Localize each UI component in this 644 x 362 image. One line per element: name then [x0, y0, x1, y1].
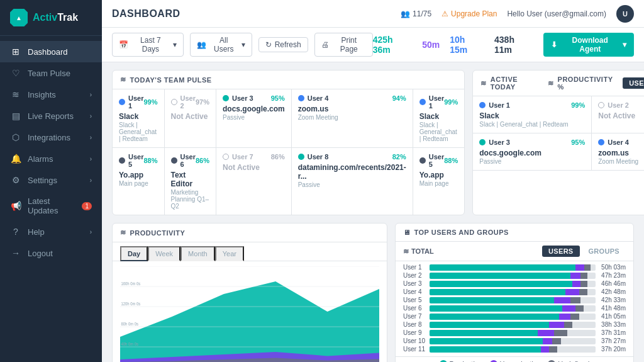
refresh-icon: ↻ — [265, 40, 272, 49]
sidebar-item-label: Settings — [28, 176, 84, 185]
user-status-dot — [479, 139, 486, 145]
user-bar-row: User 6 41h 48m — [403, 305, 626, 312]
user-bar-time: 41h 48m — [599, 305, 626, 312]
users-icon: 👥 — [401, 9, 410, 18]
sidebar-item-label: Team Pulse — [28, 69, 92, 78]
pulse-detail: Slack | General_chat | Redteam — [119, 122, 158, 142]
pulse-app: Not Active — [223, 163, 285, 172]
pulse-card: User 4 94% zoom.us Zoom Meeting — [292, 89, 413, 148]
user-bar-row: User 3 46h 46m — [403, 280, 626, 287]
sidebar-item-label: Live Reports — [28, 111, 84, 121]
user-bar-track — [430, 305, 596, 312]
pulse-user-name: User 4 — [598, 139, 629, 146]
date-range-button[interactable]: 📅 Last 7 Days ▾ — [112, 33, 184, 57]
sidebar-item-insights[interactable]: ≋ Insights › — [0, 84, 102, 105]
prod-tab-day[interactable]: Day — [120, 246, 148, 261]
top-users-icon: 🖥 — [403, 229, 411, 236]
top-users-sub-header: ≋ TOTAL USERS GROUPS — [396, 242, 633, 261]
alarms-icon: 🔔 — [10, 154, 21, 164]
sidebar-item-label: Help — [28, 227, 84, 237]
top-users-legend: ProductiveUnproductiveUndefined — [396, 356, 633, 362]
user-filter-button[interactable]: 👥 All Users ▾ — [190, 33, 252, 57]
chevron-icon: › — [90, 134, 92, 141]
tab-users[interactable]: USERS — [623, 77, 644, 89]
pulse-card: User 6 86% Text Editor Marketing Plannin… — [165, 148, 217, 215]
active-today-card: User 3 95% docs.google.com Passive — [473, 133, 592, 171]
user-bar-track — [430, 314, 596, 320]
pulse-user-name: User 5 — [119, 153, 143, 168]
tab-groups-top[interactable]: GROUPS — [582, 246, 626, 257]
dropdown-icon: ▾ — [173, 40, 177, 49]
svg-text:160h 0m 0s: 160h 0m 0s — [121, 281, 140, 286]
refresh-button[interactable]: ↻ Refresh — [258, 37, 308, 52]
sidebar-item-help[interactable]: ? Help › — [0, 221, 102, 242]
print-button[interactable]: 🖨 Print Page — [314, 33, 373, 57]
pulse-card: User 8 82% datamining.com/recents/2021-r… — [292, 148, 413, 215]
header: DASHBOARD 👥 11/75 ⚠ Upgrade Plan Hello U… — [102, 0, 644, 28]
bar-unproductive — [541, 346, 549, 353]
top-users-header: 🖥 TOP USERS AND GROUPS — [396, 223, 633, 242]
bar-unproductive — [554, 297, 570, 303]
pulse-detail: Passive — [298, 181, 406, 188]
help-icon: ? — [10, 227, 21, 237]
pulse-card: User 1 99% Slack Slack | General_chat | … — [413, 89, 465, 148]
svg-marker-0 — [120, 281, 379, 362]
pulse-user-name: User 1 — [119, 94, 143, 110]
user-bar-time: 46h 46m — [599, 280, 626, 287]
user-bar-time: 47h 23m — [599, 272, 626, 279]
pulse-pct: 88% — [444, 157, 458, 164]
sidebar-item-latest-updates[interactable]: 📢 Latest Updates 1 — [0, 191, 102, 221]
productivity-chart: 200h 0m 0s160h 0m 0s120h 0m 0s80h 0m 0s4… — [120, 266, 379, 362]
sidebar-item-logout[interactable]: → Logout — [0, 242, 102, 264]
logout-icon: → — [10, 248, 21, 258]
user-status-dot — [419, 157, 426, 164]
user-bar-track — [430, 297, 596, 303]
pulse-pct: 97% — [196, 98, 209, 106]
pulse-user-row: User 8 82% — [298, 153, 406, 161]
dashboard-icon: ⊞ — [10, 47, 21, 57]
pulse-detail: Zoom Meeting — [298, 114, 406, 121]
pulse-user-row: User 7 86% — [223, 153, 285, 161]
download-agent-button[interactable]: ⬇ Download Agent ▾ — [543, 33, 634, 57]
logo-area: ▲ ActivTrak — [0, 0, 102, 36]
upgrade-link[interactable]: ⚠ Upgrade Plan — [441, 9, 497, 18]
insights-icon: ≋ — [10, 89, 21, 99]
bar-productive — [430, 289, 565, 295]
user-status-dot — [223, 95, 229, 101]
user-avatar[interactable]: U — [616, 5, 634, 23]
prod-tab-month[interactable]: Month — [180, 246, 215, 261]
team-pulse-header: ≋ TODAY'S TEAM PULSE — [113, 71, 464, 89]
sidebar-item-team-pulse[interactable]: ♡ Team Pulse — [0, 62, 102, 84]
sidebar-item-integrations[interactable]: ⬡ Integrations › — [0, 127, 102, 148]
bar-productive — [430, 338, 543, 344]
active-today-card: User 4 94% zoom.us Zoom Meeting — [592, 133, 644, 171]
bottom-panels: ≋ PRODUCTIVITY DayWeekMonthYear 200h 0m … — [112, 223, 634, 362]
sidebar-item-label: Latest Updates — [28, 196, 75, 215]
tab-users-top[interactable]: USERS — [542, 246, 579, 257]
pulse-app: Slack — [419, 112, 458, 121]
prod-tab-week[interactable]: Week — [148, 246, 180, 261]
active-today-controls: ≋ ACTIVE TODAY ≋ PRODUCTIVITY % USERS GR… — [480, 76, 644, 91]
pulse-card: User 7 86% Not Active — [216, 148, 292, 215]
team-pulse-title: ≋ TODAY'S TEAM PULSE — [120, 76, 212, 84]
user-bar-time: 37h 20m — [599, 346, 626, 353]
bar-undefined — [549, 346, 557, 353]
prod-tab-year[interactable]: Year — [215, 246, 244, 261]
user-bar-row: User 5 42h 33m — [403, 297, 626, 303]
sidebar-item-settings[interactable]: ⚙ Settings › — [0, 169, 102, 191]
user-status-dot — [419, 99, 426, 105]
sidebar-item-dashboard[interactable]: ⊞ Dashboard — [0, 41, 102, 62]
user-bar-time: 42h 48m — [599, 288, 626, 295]
user-bar-row: User 4 42h 48m — [403, 288, 626, 295]
user-bar-track — [430, 264, 596, 271]
user-status-dot — [479, 102, 486, 108]
bar-undefined — [584, 264, 591, 271]
user-bar-track — [430, 346, 596, 353]
productivity-title: ≋ PRODUCTIVITY — [120, 229, 185, 237]
pulse-detail: Passive — [479, 158, 585, 165]
pulse-user-row: User 1 99% — [119, 94, 158, 110]
active-today-title: ≋ ACTIVE TODAY — [480, 76, 521, 91]
sidebar-item-live-reports[interactable]: ▤ Live Reports › — [0, 105, 102, 127]
sidebar-item-alarms[interactable]: 🔔 Alarms › — [0, 148, 102, 169]
user-bar-name: User 9 — [403, 329, 426, 336]
